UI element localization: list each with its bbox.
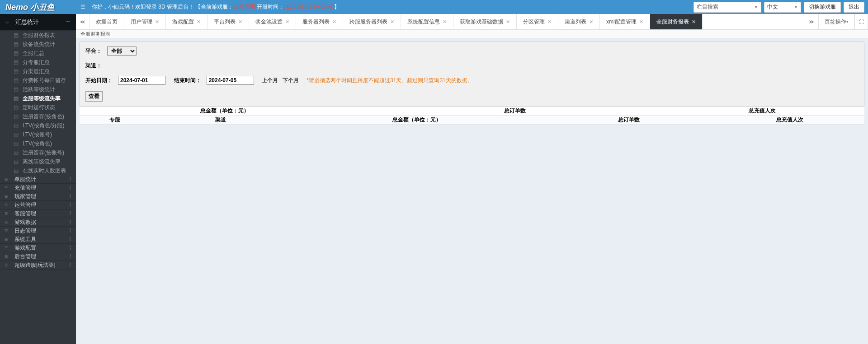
sidebar-category[interactable]: ≡日志管理〈 xyxy=(0,227,76,235)
start-date-input[interactable] xyxy=(118,76,165,85)
sidebar-item[interactable]: ▤全服汇总 xyxy=(0,49,76,58)
tab[interactable]: 平台列表✕ xyxy=(208,14,249,29)
close-icon[interactable]: ✕ xyxy=(197,19,201,25)
sidebar-item[interactable]: ▤LTV(按账号) xyxy=(0,130,76,139)
tab[interactable]: 跨服服务器列表✕ xyxy=(343,14,401,29)
close-icon[interactable]: ✕ xyxy=(285,19,289,25)
sidebar-category-label: 游戏数据 xyxy=(14,219,36,225)
sidebar-item[interactable]: ▤全服等级流失率 xyxy=(0,94,76,103)
sidebar-item-label: LTV(按角色) xyxy=(23,140,52,148)
tab[interactable]: 渠道列表✕ xyxy=(558,14,600,29)
tab-fullscreen-button[interactable]: ⛶ xyxy=(854,14,868,29)
logout-button[interactable]: 退出 xyxy=(844,2,864,13)
sidebar-item[interactable]: ▤定时运行状态 xyxy=(0,103,76,112)
end-date-input[interactable] xyxy=(207,76,254,85)
list-icon: ≡ xyxy=(5,185,10,191)
sidebar-item[interactable]: ▤分专服汇总 xyxy=(0,58,76,67)
sidebar-item[interactable]: ▤注册留存(按角色) xyxy=(0,112,76,121)
book-icon: ▤ xyxy=(14,59,19,65)
tab[interactable]: xml配置管理✕ xyxy=(600,14,650,29)
close-icon[interactable]: ✕ xyxy=(589,19,593,25)
sidebar-item[interactable]: ▤注册留存(按账号) xyxy=(0,148,76,157)
sidebar-category[interactable]: ≡系统工具〈 xyxy=(0,235,76,244)
tab-label: 系统配置信息 xyxy=(407,18,440,26)
sidebar-item-label: 注册留存(按角色) xyxy=(23,113,64,121)
sidebar-toggle-icon[interactable]: ☰ xyxy=(76,4,90,10)
tab[interactable]: 游戏配置✕ xyxy=(166,14,208,29)
tab[interactable]: 欢迎首页 xyxy=(90,14,124,29)
close-icon[interactable]: ✕ xyxy=(639,19,643,25)
tab[interactable]: 用户管理✕ xyxy=(124,14,166,29)
tab[interactable]: 系统配置信息✕ xyxy=(401,14,453,29)
sidebar-category[interactable]: ≡单服统计〈 xyxy=(0,175,76,184)
tab[interactable]: 分区管理✕ xyxy=(517,14,558,29)
close-icon[interactable]: ✕ xyxy=(155,19,159,25)
tab[interactable]: 全服财务报表✕ xyxy=(650,14,703,29)
sidebar-item[interactable]: ▤付费帐号每日留存 xyxy=(0,76,76,85)
sidebar-item-label: 在线实时人数图表 xyxy=(23,167,66,175)
book-icon: ▤ xyxy=(14,167,19,174)
sidebar-item-label: 全服财务报表 xyxy=(23,32,55,39)
sidebar-item[interactable]: ▤离线等级流失率 xyxy=(0,157,76,166)
tab-label: 分区管理 xyxy=(523,18,545,26)
tab[interactable]: 奖金池设置✕ xyxy=(249,14,296,29)
list-icon: ≡ xyxy=(5,262,10,268)
sidebar-item-label: 注册留存(按账号) xyxy=(23,149,64,157)
tab-label: 渠道列表 xyxy=(565,18,586,26)
prev-month-link[interactable]: 上个月 xyxy=(262,77,278,84)
sidebar-item[interactable]: ▤全服财务报表 xyxy=(0,31,76,40)
sidebar-category[interactable]: ≡游戏数据〈 xyxy=(0,218,76,227)
sidebar-category[interactable]: ≡超级跨服[玩法类]〈 xyxy=(0,261,76,270)
sidebar-item-label: 设备流失统计 xyxy=(23,41,55,48)
result-table: 总金额（单位：元） 总订单数 总充值人次 专服 渠道 总金额（单位：元） 总订单… xyxy=(80,107,864,125)
sidebar-category[interactable]: ≡后台管理〈 xyxy=(0,252,76,261)
sidebar-item[interactable]: ▤设备流失统计 xyxy=(0,40,76,49)
book-icon: ▤ xyxy=(14,86,19,93)
close-icon[interactable]: ✕ xyxy=(332,19,336,25)
book-icon: ▤ xyxy=(14,140,19,147)
chevron-left-icon: 〈 xyxy=(67,185,71,191)
close-icon[interactable]: ✕ xyxy=(238,19,242,25)
tab-label: 全服财务报表 xyxy=(656,18,689,26)
sidebar-category-label: 超级跨服[玩法类] xyxy=(14,262,56,268)
sidebar-category-label: 汇总统计 xyxy=(15,19,39,25)
next-month-link[interactable]: 下个月 xyxy=(283,77,299,84)
sidebar-item[interactable]: ▤分渠道汇总 xyxy=(0,67,76,76)
switch-server-button[interactable]: 切换游戏服 xyxy=(804,2,841,13)
tab[interactable]: 获取游戏基础数据✕ xyxy=(453,14,517,29)
sidebar-item[interactable]: ▤LTV(按角色) xyxy=(0,139,76,148)
th-orders: 总订单数 xyxy=(542,116,715,124)
platform-select[interactable]: 全部 xyxy=(107,46,137,56)
sidebar-category-summary[interactable]: ≡汇总统计 ﹀ xyxy=(0,14,76,31)
tab-label: 服务器列表 xyxy=(302,18,330,26)
sidebar-category[interactable]: ≡游戏配置〈 xyxy=(0,244,76,252)
search-button[interactable]: 查看 xyxy=(85,91,103,102)
close-icon[interactable]: ✕ xyxy=(443,19,447,25)
chevron-left-icon: 〈 xyxy=(67,219,71,225)
sidebar-category[interactable]: ≡客服管理〈 xyxy=(0,209,76,218)
th-total-people: 总充值人次 xyxy=(660,107,864,115)
sidebar-item-label: 分渠道汇总 xyxy=(23,68,50,75)
sidebar-item-label: 全服汇总 xyxy=(23,50,44,57)
sidebar-item[interactable]: ▤活跃等级统计 xyxy=(0,85,76,94)
close-icon[interactable]: ✕ xyxy=(547,19,552,25)
tab-label: 平台列表 xyxy=(214,18,236,26)
tab-scroll-left-button[interactable]: ≪ xyxy=(76,14,90,29)
sidebar-item-label: 分专服汇总 xyxy=(23,59,50,66)
column-search-select[interactable]: 栏目搜索 ▼ xyxy=(693,2,761,13)
close-icon[interactable]: ✕ xyxy=(390,19,394,25)
sidebar-category[interactable]: ≡运营管理〈 xyxy=(0,201,76,209)
close-icon[interactable]: ✕ xyxy=(506,19,510,25)
tab-label: 用户管理 xyxy=(131,18,152,26)
sidebar-item[interactable]: ▤LTV(按角色/分服) xyxy=(0,121,76,130)
sidebar-category[interactable]: ≡充值管理〈 xyxy=(0,184,76,192)
language-select[interactable]: 中文 ▼ xyxy=(764,2,801,13)
sidebar-item[interactable]: ▤在线实时人数图表 xyxy=(0,166,76,175)
close-icon[interactable]: ✕ xyxy=(692,19,696,25)
list-icon: ≡ xyxy=(5,193,10,200)
tab[interactable]: 服务器列表✕ xyxy=(296,14,343,29)
tab-operations-dropdown[interactable]: 页签操作 ▾ xyxy=(818,14,854,29)
tab-scroll-right-button[interactable]: ≫ xyxy=(805,14,818,29)
sidebar-category[interactable]: ≡玩家管理〈 xyxy=(0,192,76,201)
tab-label: 跨服服务器列表 xyxy=(349,18,387,26)
